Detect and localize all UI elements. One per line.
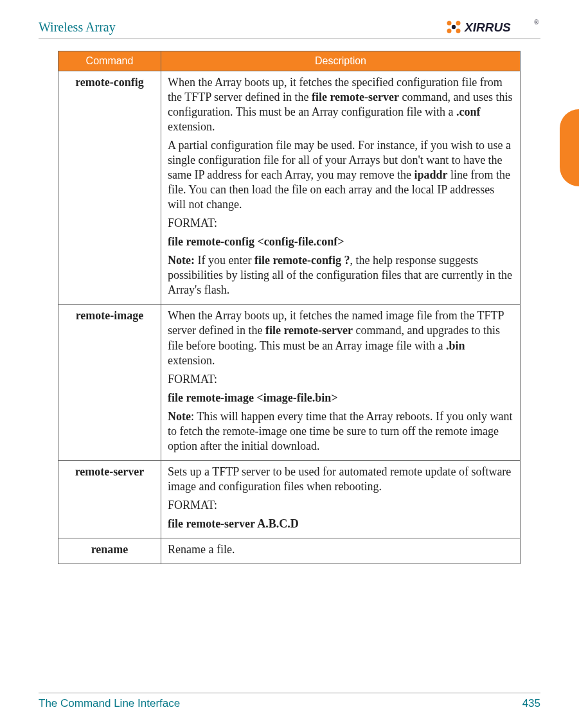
- table-row: remote-server Sets up a TFTP server to b…: [58, 460, 521, 538]
- command-description: Sets up a TFTP server to be used for aut…: [161, 460, 521, 538]
- table-header-description: Description: [161, 51, 521, 71]
- table-row: remote-config When the Array boots up, i…: [58, 71, 521, 305]
- svg-point-0: [447, 21, 452, 26]
- command-name: rename: [58, 538, 161, 564]
- header-title: Wireless Array: [39, 20, 116, 35]
- svg-point-2: [447, 29, 452, 33]
- table-row: remote-image When the Array boots up, it…: [58, 305, 521, 460]
- svg-point-1: [456, 21, 461, 26]
- command-reference-table: Command Description remote-config When t…: [58, 51, 521, 564]
- command-name: remote-config: [58, 71, 161, 305]
- table-header-command: Command: [58, 51, 161, 71]
- command-description: Rename a file.: [161, 538, 521, 564]
- svg-point-4: [452, 25, 456, 29]
- table-row: rename Rename a file.: [58, 538, 521, 564]
- xirrus-logo: XIRRUS ®: [444, 18, 540, 36]
- command-name: remote-image: [58, 305, 161, 460]
- svg-point-3: [456, 29, 461, 33]
- page-header: Wireless Array XIRRUS ®: [39, 18, 540, 39]
- command-name: remote-server: [58, 460, 161, 538]
- side-tab-indicator: [560, 109, 579, 186]
- footer-page-number: 435: [522, 697, 540, 710]
- footer-section-title: The Command Line Interface: [39, 697, 180, 710]
- command-description: When the Array boots up, it fetches the …: [161, 305, 521, 460]
- page-footer: The Command Line Interface 435: [39, 693, 540, 710]
- svg-text:XIRRUS: XIRRUS: [464, 21, 511, 34]
- command-description: When the Array boots up, it fetches the …: [161, 71, 521, 305]
- svg-text:®: ®: [534, 19, 539, 26]
